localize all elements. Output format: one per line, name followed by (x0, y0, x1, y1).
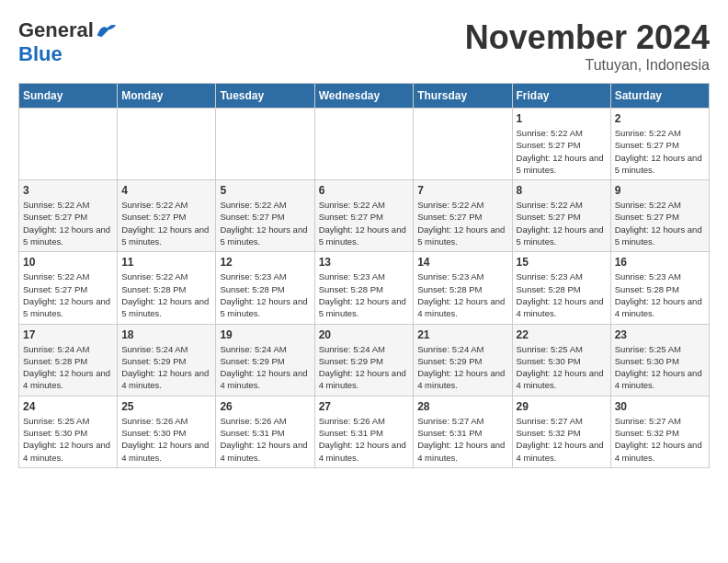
calendar-cell: 25Sunrise: 5:26 AM Sunset: 5:30 PM Dayli… (118, 396, 216, 467)
header-day-sunday: Sunday (19, 84, 118, 109)
day-info: Sunrise: 5:22 AM Sunset: 5:27 PM Dayligh… (517, 127, 607, 176)
day-info: Sunrise: 5:23 AM Sunset: 5:28 PM Dayligh… (220, 270, 310, 319)
day-number: 14 (417, 256, 507, 269)
day-number: 25 (121, 400, 211, 413)
header-day-saturday: Saturday (610, 84, 709, 109)
day-info: Sunrise: 5:22 AM Sunset: 5:27 PM Dayligh… (517, 199, 607, 247)
calendar-week-row: 3Sunrise: 5:22 AM Sunset: 5:27 PM Daylig… (19, 180, 710, 252)
calendar-cell: 13Sunrise: 5:23 AM Sunset: 5:28 PM Dayli… (314, 252, 414, 324)
day-info: Sunrise: 5:27 AM Sunset: 5:32 PM Dayligh… (615, 415, 705, 464)
day-info: Sunrise: 5:24 AM Sunset: 5:29 PM Dayligh… (220, 343, 310, 392)
header-day-wednesday: Wednesday (314, 84, 414, 109)
calendar-cell: 29Sunrise: 5:27 AM Sunset: 5:32 PM Dayli… (512, 396, 610, 467)
title-area: November 2024 Tutuyan, Indonesia (465, 18, 710, 74)
day-info: Sunrise: 5:24 AM Sunset: 5:29 PM Dayligh… (319, 343, 410, 392)
calendar-cell: 9Sunrise: 5:22 AM Sunset: 5:27 PM Daylig… (610, 180, 709, 252)
calendar-week-row: 1Sunrise: 5:22 AM Sunset: 5:27 PM Daylig… (19, 109, 710, 180)
day-info: Sunrise: 5:22 AM Sunset: 5:27 PM Dayligh… (220, 199, 310, 247)
calendar-cell (118, 109, 216, 180)
header-day-thursday: Thursday (414, 84, 512, 109)
logo-blue-text: Blue (18, 42, 63, 66)
day-number: 9 (615, 184, 705, 197)
day-info: Sunrise: 5:23 AM Sunset: 5:28 PM Dayligh… (417, 270, 507, 319)
day-number: 28 (417, 400, 507, 413)
calendar-cell: 20Sunrise: 5:24 AM Sunset: 5:29 PM Dayli… (314, 324, 414, 396)
calendar-cell: 18Sunrise: 5:24 AM Sunset: 5:29 PM Dayli… (118, 324, 216, 396)
day-number: 3 (23, 184, 113, 197)
day-number: 10 (23, 256, 113, 269)
calendar-header-row: SundayMondayTuesdayWednesdayThursdayFrid… (19, 84, 710, 109)
header-day-monday: Monday (118, 84, 216, 109)
calendar-cell: 8Sunrise: 5:22 AM Sunset: 5:27 PM Daylig… (512, 180, 610, 252)
day-number: 24 (23, 400, 113, 413)
day-info: Sunrise: 5:25 AM Sunset: 5:30 PM Dayligh… (517, 343, 607, 392)
day-info: Sunrise: 5:22 AM Sunset: 5:27 PM Dayligh… (417, 199, 507, 247)
calendar-cell (314, 109, 414, 180)
calendar-week-row: 24Sunrise: 5:25 AM Sunset: 5:30 PM Dayli… (19, 396, 710, 467)
day-number: 15 (517, 256, 607, 269)
day-number: 8 (517, 184, 607, 197)
logo-bird-icon (96, 21, 118, 40)
calendar-cell: 19Sunrise: 5:24 AM Sunset: 5:29 PM Dayli… (216, 324, 314, 396)
day-number: 12 (220, 256, 310, 269)
calendar-cell: 15Sunrise: 5:23 AM Sunset: 5:28 PM Dayli… (512, 252, 610, 324)
day-info: Sunrise: 5:26 AM Sunset: 5:31 PM Dayligh… (319, 415, 410, 464)
calendar-cell (19, 109, 118, 180)
day-number: 29 (517, 400, 607, 413)
day-info: Sunrise: 5:26 AM Sunset: 5:31 PM Dayligh… (220, 415, 310, 464)
header-day-tuesday: Tuesday (216, 84, 314, 109)
calendar-cell: 30Sunrise: 5:27 AM Sunset: 5:32 PM Dayli… (610, 396, 709, 467)
day-number: 17 (23, 328, 113, 341)
day-number: 1 (517, 112, 607, 125)
calendar-cell: 26Sunrise: 5:26 AM Sunset: 5:31 PM Dayli… (216, 396, 314, 467)
day-info: Sunrise: 5:26 AM Sunset: 5:30 PM Dayligh… (121, 415, 211, 464)
calendar-cell: 23Sunrise: 5:25 AM Sunset: 5:30 PM Dayli… (610, 324, 709, 396)
calendar-cell: 5Sunrise: 5:22 AM Sunset: 5:27 PM Daylig… (216, 180, 314, 252)
day-info: Sunrise: 5:22 AM Sunset: 5:27 PM Dayligh… (615, 127, 705, 176)
day-info: Sunrise: 5:22 AM Sunset: 5:27 PM Dayligh… (23, 199, 113, 247)
day-number: 26 (220, 400, 310, 413)
day-info: Sunrise: 5:22 AM Sunset: 5:27 PM Dayligh… (23, 270, 113, 319)
day-number: 7 (417, 184, 507, 197)
calendar-cell: 17Sunrise: 5:24 AM Sunset: 5:28 PM Dayli… (19, 324, 118, 396)
location-subtitle: Tutuyan, Indonesia (465, 57, 710, 74)
day-info: Sunrise: 5:24 AM Sunset: 5:28 PM Dayligh… (23, 343, 113, 392)
day-number: 11 (121, 256, 211, 269)
day-info: Sunrise: 5:22 AM Sunset: 5:27 PM Dayligh… (615, 199, 705, 247)
calendar-cell: 28Sunrise: 5:27 AM Sunset: 5:31 PM Dayli… (414, 396, 512, 467)
header-day-friday: Friday (512, 84, 610, 109)
calendar-cell: 4Sunrise: 5:22 AM Sunset: 5:27 PM Daylig… (118, 180, 216, 252)
day-number: 20 (319, 328, 410, 341)
day-info: Sunrise: 5:25 AM Sunset: 5:30 PM Dayligh… (615, 343, 705, 392)
day-number: 22 (517, 328, 607, 341)
calendar-cell: 6Sunrise: 5:22 AM Sunset: 5:27 PM Daylig… (314, 180, 414, 252)
day-info: Sunrise: 5:23 AM Sunset: 5:28 PM Dayligh… (319, 270, 410, 319)
calendar-week-row: 10Sunrise: 5:22 AM Sunset: 5:27 PM Dayli… (19, 252, 710, 324)
day-info: Sunrise: 5:24 AM Sunset: 5:29 PM Dayligh… (121, 343, 211, 392)
day-info: Sunrise: 5:22 AM Sunset: 5:27 PM Dayligh… (121, 199, 211, 247)
day-number: 21 (417, 328, 507, 341)
day-number: 4 (121, 184, 211, 197)
day-info: Sunrise: 5:23 AM Sunset: 5:28 PM Dayligh… (517, 270, 607, 319)
calendar-table: SundayMondayTuesdayWednesdayThursdayFrid… (18, 83, 710, 468)
calendar-cell: 11Sunrise: 5:22 AM Sunset: 5:28 PM Dayli… (118, 252, 216, 324)
calendar-cell: 22Sunrise: 5:25 AM Sunset: 5:30 PM Dayli… (512, 324, 610, 396)
day-number: 18 (121, 328, 211, 341)
day-info: Sunrise: 5:24 AM Sunset: 5:29 PM Dayligh… (417, 343, 507, 392)
day-info: Sunrise: 5:23 AM Sunset: 5:28 PM Dayligh… (615, 270, 705, 319)
header-area: General Blue November 2024 Tutuyan, Indo… (18, 18, 710, 74)
day-info: Sunrise: 5:22 AM Sunset: 5:27 PM Dayligh… (319, 199, 410, 247)
calendar-cell (414, 109, 512, 180)
day-number: 16 (615, 256, 705, 269)
calendar-cell: 14Sunrise: 5:23 AM Sunset: 5:28 PM Dayli… (414, 252, 512, 324)
logo: General Blue (18, 18, 118, 66)
day-number: 30 (615, 400, 705, 413)
calendar-cell: 21Sunrise: 5:24 AM Sunset: 5:29 PM Dayli… (414, 324, 512, 396)
calendar-cell (216, 109, 314, 180)
day-number: 6 (319, 184, 410, 197)
day-number: 27 (319, 400, 410, 413)
day-info: Sunrise: 5:27 AM Sunset: 5:31 PM Dayligh… (417, 415, 507, 464)
calendar-cell: 16Sunrise: 5:23 AM Sunset: 5:28 PM Dayli… (610, 252, 709, 324)
calendar-cell: 3Sunrise: 5:22 AM Sunset: 5:27 PM Daylig… (19, 180, 118, 252)
calendar-cell: 24Sunrise: 5:25 AM Sunset: 5:30 PM Dayli… (19, 396, 118, 467)
